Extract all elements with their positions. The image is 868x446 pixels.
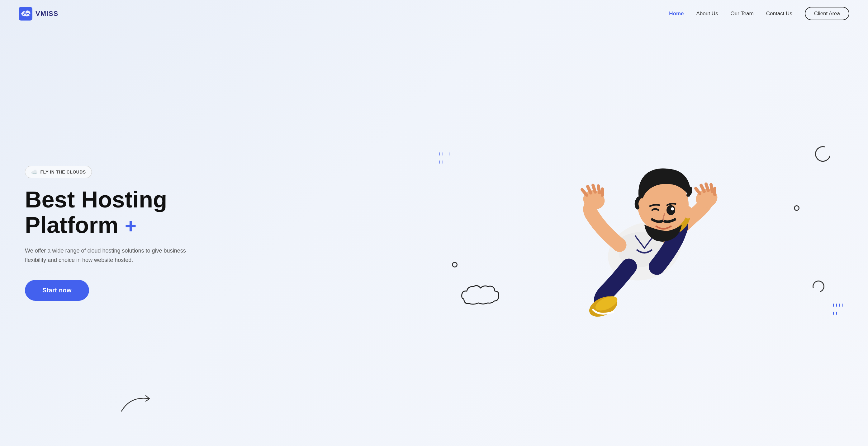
dot	[836, 304, 837, 307]
svg-line-9	[696, 188, 700, 194]
dots-decoration-bottomright	[833, 304, 843, 317]
nav-links: Home About Us Our Team Contact Us Client…	[669, 10, 849, 17]
start-now-button[interactable]: Start now	[25, 280, 89, 301]
dot	[439, 161, 440, 164]
badge-text: FLY IN THE CLOUDS	[40, 170, 86, 174]
nav-contact[interactable]: Contact Us	[766, 10, 792, 16]
ring-decoration-bottomright	[810, 278, 827, 295]
hero-title: Best Hosting Platform +	[25, 187, 421, 238]
svg-line-6	[598, 186, 599, 193]
logo-link[interactable]: VMISS	[19, 7, 58, 21]
small-circle-2	[794, 205, 800, 211]
arrow-decoration	[118, 389, 156, 414]
svg-point-20	[671, 207, 674, 211]
nav-about[interactable]: About Us	[696, 10, 718, 16]
dot	[836, 312, 837, 315]
dot	[833, 312, 834, 315]
client-area-button[interactable]: Client Area	[805, 7, 849, 20]
dot	[442, 161, 443, 164]
svg-point-21	[684, 206, 692, 219]
svg-line-11	[706, 184, 708, 191]
ring-decoration-topright	[812, 143, 833, 165]
dot	[842, 304, 843, 307]
plus-decoration: +	[125, 215, 136, 237]
tag-badge: ☁️ FLY IN THE CLOUDS	[25, 166, 92, 178]
logo-icon	[19, 7, 32, 21]
dots-decoration-topleft	[439, 152, 450, 166]
logo-text: VMISS	[35, 10, 58, 18]
cloud-decoration	[458, 276, 527, 311]
dot	[833, 304, 834, 307]
hero-content: ☁️ FLY IN THE CLOUDS Best Hosting Platfo…	[25, 166, 421, 301]
nav-team[interactable]: Our Team	[730, 10, 753, 16]
hero-description: We offer a wide range of cloud hosting s…	[25, 246, 187, 265]
character-illustration	[545, 133, 725, 326]
dot	[439, 152, 440, 156]
dot	[839, 304, 840, 307]
hero-title-line2: Platform	[25, 212, 118, 238]
svg-line-3	[582, 190, 587, 195]
svg-point-19	[666, 205, 675, 215]
hero-section: ☁️ FLY IN THE CLOUDS Best Hosting Platfo…	[0, 27, 868, 445]
hero-title-line1: Best Hosting	[25, 186, 167, 212]
dot	[442, 152, 443, 156]
dot	[449, 152, 450, 156]
dot	[446, 152, 446, 156]
nav-home[interactable]: Home	[669, 10, 684, 16]
small-circle-1	[452, 262, 458, 268]
hero-illustration	[421, 125, 849, 342]
navbar: VMISS Home About Us Our Team Contact Us …	[0, 0, 868, 27]
cloud-badge-icon: ☁️	[31, 169, 38, 175]
svg-line-5	[593, 185, 595, 192]
svg-line-12	[711, 185, 712, 192]
